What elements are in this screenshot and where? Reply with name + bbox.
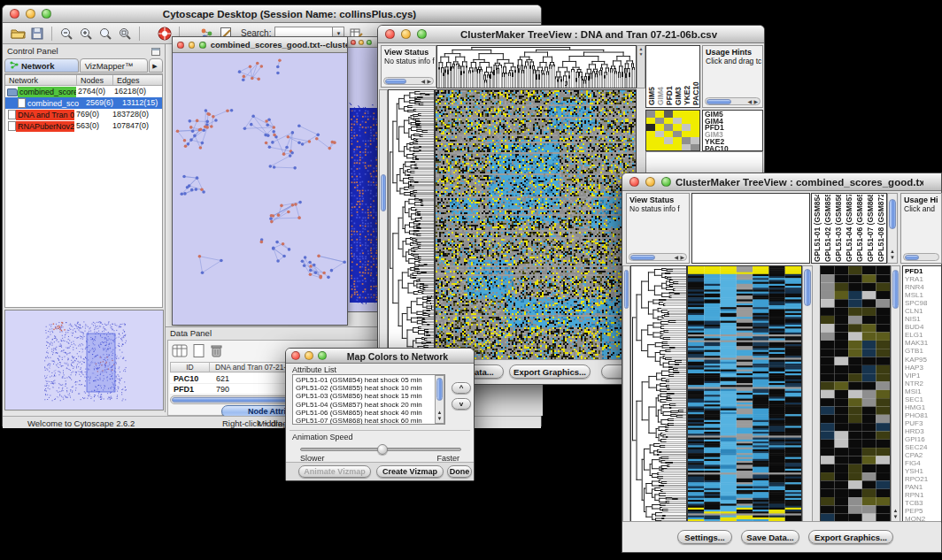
tv1-heatmap-canvas[interactable] [436, 90, 636, 360]
gene-label[interactable]: NTR2 [905, 380, 941, 387]
scroll-right-icon[interactable]: ▶ [680, 254, 684, 261]
gene-label[interactable]: GTB1 [905, 347, 941, 355]
animation-slider[interactable] [300, 448, 461, 451]
network-row[interactable]: DNA and Tran 07 769(0) 183728(0) [5, 109, 162, 120]
gene-label[interactable]: ELG1 [905, 331, 941, 339]
gene-label[interactable]: CPA2 [905, 451, 941, 459]
tv2-heatmap-canvas[interactable] [688, 266, 801, 522]
tv1-row-dendrogram-canvas[interactable] [389, 90, 434, 360]
new-attribute-icon[interactable] [192, 343, 206, 362]
gene-label[interactable]: SEC24 [905, 443, 941, 451]
scroll-right-icon[interactable]: ▶ [427, 78, 431, 85]
tv2-row-dendrogram-canvas[interactable] [631, 266, 686, 522]
tv1-left-vscrollbar[interactable] [379, 89, 388, 361]
scroll-down-icon[interactable]: ▼ [436, 416, 444, 422]
settings-button[interactable]: Settings... [677, 530, 732, 544]
close-button[interactable] [385, 29, 395, 39]
vscroll-thumb[interactable] [381, 174, 386, 211]
scroll-up-icon[interactable]: ▲ [888, 249, 897, 255]
minimize-button[interactable] [359, 40, 364, 45]
scroll-up-icon[interactable]: ▲ [892, 508, 900, 514]
column-header-nodes[interactable]: Nodes [77, 75, 113, 85]
column-label[interactable]: PAC10 [691, 48, 700, 105]
column-label[interactable]: GIM4 [656, 48, 665, 105]
minimize-button[interactable] [645, 177, 655, 187]
gene-label[interactable]: FIG4 [905, 459, 941, 467]
slider-thumb[interactable] [377, 444, 388, 455]
column-label[interactable]: GPL51-04 (GSM857) [845, 195, 855, 262]
close-button[interactable] [629, 177, 639, 187]
close-button[interactable] [351, 40, 356, 45]
tv2-zoom-heatmap-canvas[interactable] [821, 266, 890, 522]
hscroll-thumb[interactable] [905, 255, 919, 260]
export-graphics-button[interactable]: Export Graphics... [509, 364, 591, 379]
open-file-icon[interactable] [10, 26, 26, 41]
export-graphics-button[interactable]: Export Graphics... [808, 530, 893, 544]
done-button[interactable]: Done [447, 465, 472, 478]
move-down-button[interactable]: v [452, 398, 471, 410]
column-label[interactable]: GPL51-06 (GSM865) [855, 195, 866, 262]
network-table-header[interactable]: Network Nodes Edges [5, 74, 162, 86]
minimize-button[interactable] [189, 42, 196, 49]
tv2-hints-hscrollbar[interactable] [903, 253, 939, 261]
gene-label[interactable]: KAP95 [905, 356, 941, 364]
zoom-in-icon[interactable] [78, 26, 94, 41]
gene-label[interactable]: PHO81 [905, 411, 941, 419]
zoom-selected-icon[interactable] [117, 26, 133, 41]
lifering-help-icon[interactable] [157, 26, 173, 41]
gene-label[interactable]: CLN1 [905, 307, 941, 315]
float-panel-icon[interactable] [151, 43, 160, 59]
zoom-button[interactable] [417, 29, 427, 39]
tv1-mini-vscroll[interactable]: ▲▼ [637, 45, 645, 88]
network-row[interactable]: combined_sco 2569(6) 13112(15) [5, 97, 162, 109]
network-row[interactable]: combined_scores 2764(0) 16218(0) [5, 86, 162, 97]
gene-label[interactable]: PAN1 [905, 483, 941, 491]
save-icon[interactable] [29, 26, 45, 41]
scroll-left-icon[interactable]: ◀ [421, 78, 425, 85]
column-label[interactable]: GPL51-02 (GSM855) [823, 195, 834, 262]
attribute-vscrollbar[interactable]: ▲ ▼ [435, 375, 444, 424]
tv1-hints-hscrollbar[interactable]: ◀ ▶ [705, 97, 761, 105]
network-canvas[interactable] [173, 53, 347, 325]
animate-vizmap-button[interactable]: Animate Vizmap [298, 465, 371, 478]
gene-label[interactable]: RPN1 [905, 491, 941, 499]
attribute-item[interactable]: GPL51-06 (GSM865) heat shock 40 min [296, 409, 444, 417]
minimize-button[interactable] [401, 29, 411, 39]
zoom-button[interactable] [318, 351, 327, 360]
gene-label[interactable]: PUF3 [905, 419, 941, 427]
column-label[interactable]: YKE2 [683, 48, 691, 105]
delete-attribute-icon[interactable] [210, 343, 223, 362]
gene-label[interactable]: BUD4 [905, 323, 941, 331]
tab-overflow-button[interactable]: ▶ [149, 58, 163, 73]
gene-label[interactable]: YRA1 [905, 275, 941, 283]
zoom-button[interactable] [661, 177, 671, 187]
minimize-button[interactable] [305, 351, 313, 360]
birdseye-canvas[interactable] [5, 311, 163, 410]
gene-label[interactable]: RPO21 [905, 475, 941, 483]
hscroll-thumb[interactable] [630, 255, 655, 260]
close-button[interactable] [291, 351, 300, 360]
gene-label[interactable]: YSH1 [905, 467, 941, 475]
scroll-down-icon[interactable]: ▼ [888, 255, 897, 261]
gene-label[interactable]: TCB3 [905, 499, 941, 507]
attribute-item[interactable]: GPL51-03 (GSM856) heat shock 15 min [296, 392, 444, 400]
zoom-out-icon[interactable] [58, 26, 74, 41]
column-label[interactable]: GPL51-07 (GSM868) [866, 195, 876, 262]
tv1-column-dendrogram-canvas[interactable] [437, 46, 636, 88]
gene-label[interactable]: MSI1 [905, 387, 941, 395]
zoom-button[interactable] [42, 9, 51, 19]
tv2-zoom-vscrollbar[interactable]: ▲ ▼ [891, 265, 900, 523]
network2-canvas[interactable] [348, 48, 381, 311]
tv2-heatmap-vscrollbar[interactable] [802, 265, 813, 523]
attribute-item[interactable]: GPL51-02 (GSM855) heat shock 10 min [296, 384, 444, 392]
column-label[interactable]: GIM5 [647, 48, 656, 105]
attribute-item[interactable]: GPL51-07 (GSM868) heat shock 60 min [296, 417, 444, 425]
tv2-left-vscrollbar[interactable] [622, 265, 630, 523]
column-label[interactable]: GPL51-01 (GSM854) [813, 195, 823, 262]
vscroll-thumb[interactable] [892, 270, 899, 309]
tv1-status-hscrollbar[interactable]: ◀ ▶ [383, 77, 434, 85]
attribute-item[interactable]: GPL51-04 (GSM857) heat shock 20 min [296, 401, 444, 409]
scroll-down-icon[interactable]: ▼ [892, 514, 900, 520]
scroll-up-icon[interactable]: ▲ [436, 410, 444, 416]
zoom-fit-icon[interactable] [97, 26, 113, 41]
